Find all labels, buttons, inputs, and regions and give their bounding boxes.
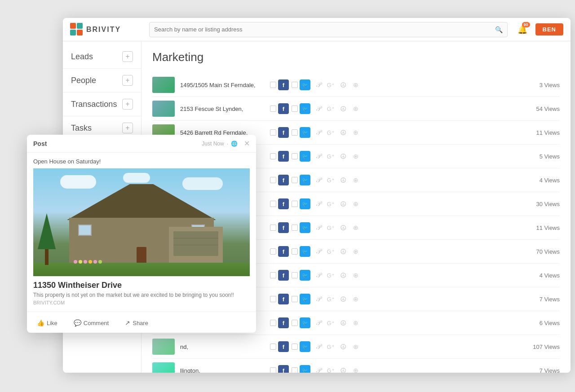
twitter-checkbox[interactable] xyxy=(292,177,298,183)
gift-icon[interactable]: ⊕ xyxy=(351,151,361,161)
gift-icon[interactable]: ⊕ xyxy=(351,104,361,114)
gift-icon[interactable]: ⊕ xyxy=(351,318,361,328)
pinterest-icon[interactable]: 𝒫 xyxy=(313,270,323,280)
sidebar-add-transactions[interactable]: + xyxy=(122,99,133,110)
gift-icon[interactable]: ⊕ xyxy=(351,270,361,280)
facebook-checkbox[interactable] xyxy=(270,367,276,373)
pinterest-icon[interactable]: 𝒫 xyxy=(313,199,323,209)
sidebar-add-tasks[interactable]: + xyxy=(122,123,133,133)
google-plus-icon[interactable]: G⁺ xyxy=(326,223,336,233)
twitter-checkbox[interactable] xyxy=(292,320,298,326)
facebook-button[interactable]: f xyxy=(278,365,289,373)
gift-icon[interactable]: ⊕ xyxy=(351,366,361,373)
facebook-checkbox[interactable] xyxy=(270,272,276,278)
gift-icon[interactable]: ⊕ xyxy=(351,80,361,90)
pinterest-icon[interactable]: 𝒫 xyxy=(313,151,323,161)
twitter-button[interactable]: 🐦 xyxy=(300,317,310,328)
twitter-checkbox[interactable] xyxy=(292,344,298,350)
google-plus-icon[interactable]: G⁺ xyxy=(326,128,336,137)
twitter-checkbox[interactable] xyxy=(292,367,298,373)
gift-icon[interactable]: ⊕ xyxy=(351,342,361,352)
twitter-button[interactable]: 🐦 xyxy=(300,198,310,209)
peace-icon[interactable]: ☮ xyxy=(338,247,348,256)
facebook-button[interactable]: f xyxy=(278,175,289,185)
gift-icon[interactable]: ⊕ xyxy=(351,294,361,304)
pinterest-icon[interactable]: 𝒫 xyxy=(313,80,323,90)
pinterest-icon[interactable]: 𝒫 xyxy=(313,104,323,114)
gift-icon[interactable]: ⊕ xyxy=(351,247,361,256)
facebook-button[interactable]: f xyxy=(278,317,289,328)
twitter-checkbox[interactable] xyxy=(292,106,298,112)
google-plus-icon[interactable]: G⁺ xyxy=(326,366,336,373)
gift-icon[interactable]: ⊕ xyxy=(351,175,361,185)
facebook-button[interactable]: f xyxy=(278,127,289,138)
gift-icon[interactable]: ⊕ xyxy=(351,199,361,209)
facebook-checkbox[interactable] xyxy=(270,129,276,136)
pinterest-icon[interactable]: 𝒫 xyxy=(313,342,323,352)
facebook-checkbox[interactable] xyxy=(270,106,276,112)
twitter-button[interactable]: 🐦 xyxy=(300,270,310,281)
post-close-button[interactable]: ✕ xyxy=(244,139,250,148)
google-plus-icon[interactable]: G⁺ xyxy=(326,247,336,256)
peace-icon[interactable]: ☮ xyxy=(338,342,348,352)
google-plus-icon[interactable]: G⁺ xyxy=(326,104,336,114)
facebook-button[interactable]: f xyxy=(278,341,289,352)
pinterest-icon[interactable]: 𝒫 xyxy=(313,223,323,233)
facebook-checkbox[interactable] xyxy=(270,320,276,326)
google-plus-icon[interactable]: G⁺ xyxy=(326,342,336,352)
facebook-button[interactable]: f xyxy=(278,79,289,90)
peace-icon[interactable]: ☮ xyxy=(338,223,348,233)
peace-icon[interactable]: ☮ xyxy=(338,270,348,280)
google-plus-icon[interactable]: G⁺ xyxy=(326,270,336,280)
twitter-button[interactable]: 🐦 xyxy=(300,294,310,304)
peace-icon[interactable]: ☮ xyxy=(338,366,348,373)
twitter-button[interactable]: 🐦 xyxy=(300,127,310,138)
peace-icon[interactable]: ☮ xyxy=(338,104,348,114)
pinterest-icon[interactable]: 𝒫 xyxy=(313,366,323,373)
twitter-button[interactable]: 🐦 xyxy=(300,222,310,233)
peace-icon[interactable]: ☮ xyxy=(338,151,348,161)
google-plus-icon[interactable]: G⁺ xyxy=(326,199,336,209)
pinterest-icon[interactable]: 𝒫 xyxy=(313,247,323,256)
facebook-button[interactable]: f xyxy=(278,151,289,162)
facebook-button[interactable]: f xyxy=(278,198,289,209)
user-menu-button[interactable]: BEN xyxy=(535,23,563,35)
peace-icon[interactable]: ☮ xyxy=(338,128,348,137)
google-plus-icon[interactable]: G⁺ xyxy=(326,318,336,328)
twitter-button[interactable]: 🐦 xyxy=(300,246,310,257)
post-comment-button[interactable]: 💬Comment xyxy=(70,317,112,328)
facebook-checkbox[interactable] xyxy=(270,296,276,302)
peace-icon[interactable]: ☮ xyxy=(338,175,348,185)
search-bar[interactable]: 🔍 xyxy=(149,22,508,37)
twitter-button[interactable]: 🐦 xyxy=(300,365,310,373)
peace-icon[interactable]: ☮ xyxy=(338,199,348,209)
facebook-button[interactable]: f xyxy=(278,103,289,114)
search-input[interactable] xyxy=(154,26,495,33)
post-share-button[interactable]: ↗Share xyxy=(121,317,152,328)
sidebar-item-people[interactable]: People + xyxy=(63,69,141,92)
twitter-button[interactable]: 🐦 xyxy=(300,103,310,114)
twitter-checkbox[interactable] xyxy=(292,272,298,278)
facebook-checkbox[interactable] xyxy=(270,344,276,350)
twitter-checkbox[interactable] xyxy=(292,153,298,159)
facebook-checkbox[interactable] xyxy=(270,82,276,88)
twitter-button[interactable]: 🐦 xyxy=(300,175,310,185)
facebook-checkbox[interactable] xyxy=(270,201,276,207)
sidebar-item-transactions[interactable]: Transactions + xyxy=(63,92,141,116)
sidebar-item-leads[interactable]: Leads + xyxy=(63,45,141,69)
peace-icon[interactable]: ☮ xyxy=(338,294,348,304)
gift-icon[interactable]: ⊕ xyxy=(351,223,361,233)
pinterest-icon[interactable]: 𝒫 xyxy=(313,175,323,185)
facebook-checkbox[interactable] xyxy=(270,177,276,183)
google-plus-icon[interactable]: G⁺ xyxy=(326,294,336,304)
twitter-checkbox[interactable] xyxy=(292,129,298,136)
google-plus-icon[interactable]: G⁺ xyxy=(326,175,336,185)
post-like-button[interactable]: 👍Like xyxy=(33,317,61,328)
pinterest-icon[interactable]: 𝒫 xyxy=(313,128,323,137)
gift-icon[interactable]: ⊕ xyxy=(351,128,361,137)
facebook-checkbox[interactable] xyxy=(270,225,276,231)
sidebar-add-people[interactable]: + xyxy=(122,75,133,86)
facebook-button[interactable]: f xyxy=(278,270,289,281)
twitter-button[interactable]: 🐦 xyxy=(300,341,310,352)
twitter-checkbox[interactable] xyxy=(292,296,298,302)
